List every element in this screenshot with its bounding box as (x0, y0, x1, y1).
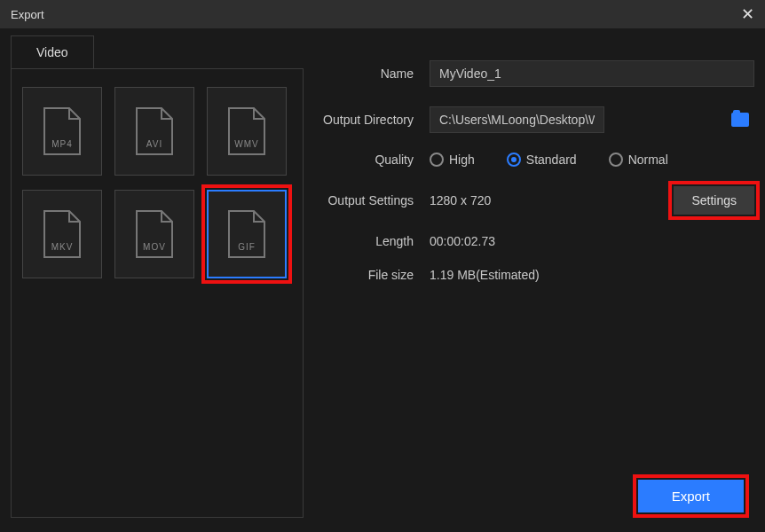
format-mkv[interactable]: MKV (22, 190, 102, 278)
radio-label: Normal (628, 153, 668, 167)
format-wmv[interactable]: WMV (207, 87, 287, 176)
quality-radio-group: HighStandardNormal (430, 153, 668, 167)
export-button[interactable]: Export (638, 480, 744, 512)
radio-icon (430, 153, 444, 167)
row-filesize: File size 1.19 MB(Estimated) (314, 268, 754, 282)
settings-button-wrap: Settings (674, 186, 754, 215)
quality-radio-normal[interactable]: Normal (609, 153, 668, 167)
output-settings-value: 1280 x 720 (430, 193, 491, 207)
format-avi[interactable]: AVI (114, 87, 194, 176)
format-mov[interactable]: MOV (114, 190, 194, 278)
format-area: MP4AVIWMVMKVMOVGIF (11, 68, 304, 518)
row-length: Length 00:00:02.73 (314, 234, 754, 248)
export-row: Export (314, 480, 754, 518)
folder-icon[interactable] (731, 113, 749, 127)
length-value: 00:00:02.73 (430, 234, 495, 248)
filesize-value: 1.19 MB(Estimated) (430, 268, 540, 282)
output-settings-label: Output Settings (314, 193, 430, 207)
export-button-wrap: Export (638, 480, 744, 512)
file-icon: WMV (225, 105, 268, 158)
row-output-settings: Output Settings 1280 x 720 Settings (314, 186, 754, 215)
row-name: Name (314, 60, 754, 87)
quality-radio-standard[interactable]: Standard (507, 153, 577, 167)
file-icon: MP4 (41, 105, 83, 158)
format-grid: MP4AVIWMVMKVMOVGIF (22, 87, 292, 278)
tab-row: Video (11, 35, 304, 68)
format-label: MOV (133, 242, 176, 252)
output-directory-wrap (430, 106, 754, 133)
radio-icon (609, 153, 623, 167)
titlebar: Export ✕ (0, 0, 765, 28)
format-label: AVI (133, 139, 176, 149)
name-label: Name (314, 66, 430, 81)
file-icon: MKV (41, 207, 83, 261)
format-label: GIF (225, 242, 268, 252)
file-icon: GIF (225, 207, 268, 261)
right-panel: Name Output Directory Quality HighStanda… (304, 35, 754, 518)
format-mp4[interactable]: MP4 (22, 87, 102, 176)
name-input[interactable] (430, 60, 754, 87)
format-label: WMV (225, 139, 268, 149)
row-quality: Quality HighStandardNormal (314, 153, 754, 167)
format-label: MP4 (41, 139, 83, 149)
quality-radio-high[interactable]: High (430, 153, 475, 167)
window-title: Export (11, 8, 44, 21)
left-panel: Video MP4AVIWMVMKVMOVGIF (11, 35, 304, 518)
radio-label: Standard (526, 153, 577, 167)
format-gif[interactable]: GIF (207, 190, 287, 278)
quality-label: Quality (314, 153, 430, 167)
radio-label: High (449, 153, 475, 167)
row-output-directory: Output Directory (314, 106, 754, 133)
file-icon: MOV (133, 207, 176, 261)
filesize-label: File size (314, 268, 430, 282)
file-icon: AVI (133, 105, 176, 158)
format-label: MKV (41, 242, 83, 252)
content-area: Video MP4AVIWMVMKVMOVGIF Name Output Dir… (0, 28, 765, 532)
output-directory-label: Output Directory (314, 113, 430, 127)
output-directory-input[interactable] (430, 106, 604, 133)
radio-icon (507, 153, 521, 167)
tab-video[interactable]: Video (11, 35, 94, 68)
length-label: Length (314, 234, 430, 248)
close-icon[interactable]: ✕ (741, 4, 754, 24)
settings-button[interactable]: Settings (674, 186, 754, 215)
